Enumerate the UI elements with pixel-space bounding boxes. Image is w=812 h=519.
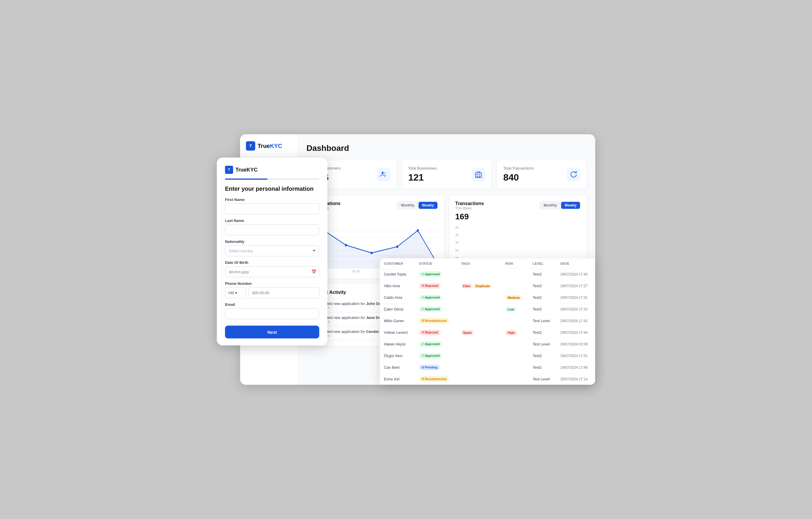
td-tags: Spam — [457, 327, 501, 338]
table-panel: Customer Status Tags Risk Level Date Cev… — [380, 258, 595, 385]
td-risk — [501, 269, 528, 280]
form-group-phone: Phone Number +00 ▾ — [225, 281, 319, 298]
progress-bar — [225, 179, 319, 180]
table-row[interactable]: Albo Ania✕ RejectedFakeDuplicateTest229/… — [380, 280, 595, 292]
td-status: ✓ Approved — [415, 338, 457, 350]
td-level: Test Level — [528, 373, 556, 385]
td-status: ↺ Resubmission — [415, 373, 457, 385]
form-group-nationality: Nationality Select country — [225, 239, 319, 256]
td-tags: FakeDuplicate — [457, 280, 501, 292]
risk-badge: Low — [505, 307, 516, 311]
svg-point-17 — [396, 246, 398, 248]
stat-card-label-transactions: Total Transactions — [503, 166, 534, 170]
td-customer: Cevdet Yayla — [380, 269, 415, 280]
transactions-chart-header: Transactions This Week Monthly Weekly — [455, 201, 581, 211]
td-risk — [501, 280, 528, 292]
table-row[interactable]: Can Berk⊙ PendingTest229/07/2024 17:48 — [380, 362, 595, 373]
td-date: 29/07/2024 17:48 — [556, 362, 595, 373]
status-badge: ↺ Resubmission — [419, 376, 449, 382]
table-row[interactable]: Emre Kel↺ ResubmissionTest Level25/07/20… — [380, 373, 595, 385]
next-button[interactable]: Next — [225, 326, 319, 338]
x-label-1: Jul 25 — [352, 270, 360, 273]
activity-text-1: Created new application for Jane Do... — [319, 316, 384, 320]
svg-point-1 — [384, 172, 386, 174]
col-status: Status — [415, 258, 457, 269]
table-header-row: Customer Status Tags Risk Level Date — [380, 258, 595, 269]
applications-toggle-weekly[interactable]: Weekly — [418, 202, 437, 209]
form-heading: Enter your personal information — [225, 186, 319, 192]
status-badge: ✓ Approved — [419, 271, 442, 277]
activity-content-2: Created new application for Cevdet... 6 … — [319, 329, 382, 337]
svg-rect-4 — [479, 174, 481, 175]
phone-code-selector[interactable]: +00 ▾ — [225, 287, 246, 298]
td-date: 29/07/2024 17:44 — [556, 327, 595, 338]
applications-toggle-group: Monthly Weekly — [397, 201, 438, 210]
td-level: Test Level — [528, 338, 556, 350]
nationality-label: Nationality — [225, 239, 319, 244]
logo-icon: T — [246, 141, 255, 151]
activity-content-1: Created new application for Jane Do... 6… — [319, 316, 384, 323]
first-name-input[interactable] — [225, 203, 319, 214]
table-row[interactable]: Volkan Levent✕ RejectedSpamHighTest229/0… — [380, 327, 595, 338]
risk-badge: Medium — [505, 295, 522, 300]
activity-time-1: 6 hours — [319, 320, 384, 323]
td-risk — [501, 373, 528, 385]
transactions-chart-subtitle: This Week — [455, 206, 484, 210]
phone-code-value: +00 — [228, 291, 234, 295]
form-group-last-name: Last Name — [225, 218, 319, 235]
applications-toggle-monthly[interactable]: Monthly — [398, 202, 418, 209]
status-badge: ↺ Resubmission — [419, 318, 449, 324]
td-level: Test2 — [528, 269, 556, 280]
phone-row: +00 ▾ — [225, 287, 319, 298]
svg-rect-3 — [477, 174, 478, 175]
td-level: Test Level — [528, 315, 556, 327]
stat-card-transactions: Total Transactions 840 — [496, 160, 587, 189]
td-tags — [457, 350, 501, 362]
col-risk: Risk — [501, 258, 528, 269]
table-row[interactable]: Millio Garen↺ ResubmissionTest Level29/0… — [380, 315, 595, 327]
form-group-first-name: First Name — [225, 197, 319, 214]
td-status: ✕ Rejected — [415, 280, 457, 292]
transactions-chart-info: Transactions This Week — [455, 201, 484, 211]
td-date: 29/07/2024 17:45 — [556, 269, 595, 280]
td-status: ✓ Approved — [415, 292, 457, 303]
activity-time-0: 6 hours — [319, 306, 384, 309]
svg-rect-5 — [477, 176, 478, 177]
stat-card-businesses: Total Businesses 121 — [402, 160, 492, 189]
col-customer: Customer — [380, 258, 415, 269]
td-date: 29/07/2024 17:51 — [556, 350, 595, 362]
td-risk: High — [501, 327, 528, 338]
table-row[interactable]: Çakır Deniz✓ ApprovedLowTest229/07/2024 … — [380, 303, 595, 315]
td-level: Test2 — [528, 327, 556, 338]
phone-number-input[interactable] — [248, 287, 319, 298]
stat-cards: Total Customers 476 Total Businesses 121 — [307, 160, 587, 189]
td-level: Test2 — [528, 280, 556, 292]
table-inner: Customer Status Tags Risk Level Date Cev… — [380, 258, 595, 385]
table-row[interactable]: Cevdet Yayla✓ ApprovedTest229/07/2024 17… — [380, 269, 595, 280]
last-name-input[interactable] — [225, 224, 319, 235]
dob-input[interactable] — [225, 266, 319, 277]
transactions-toggle-weekly[interactable]: Weekly — [561, 202, 580, 209]
table-row[interactable]: Hakan Akyüz✓ ApprovedTest Level29/07/202… — [380, 338, 595, 350]
td-customer: Millio Garen — [380, 315, 415, 327]
svg-rect-2 — [475, 173, 482, 177]
table-row[interactable]: Özgür Akın✓ ApprovedTest229/07/2024 17:5… — [380, 350, 595, 362]
svg-point-16 — [371, 252, 373, 254]
table-row[interactable]: Caldo Ania✓ ApprovedMediumTest229/07/202… — [380, 292, 595, 303]
form-panel: T TrueKYC Enter your personal informatio… — [217, 158, 327, 346]
td-status: ⊙ Pending — [415, 362, 457, 373]
td-level: Test2 — [528, 350, 556, 362]
td-tags — [457, 269, 501, 280]
email-input[interactable] — [225, 308, 319, 319]
dob-label: Date Of Birth — [225, 261, 319, 265]
activity-text-0: Created new application for John Du... — [319, 301, 384, 306]
transactions-toggle-monthly[interactable]: Monthly — [540, 202, 560, 209]
nationality-select[interactable]: Select country — [225, 245, 319, 256]
td-customer: Çakır Deniz — [380, 303, 415, 315]
td-date: 29/07/2024 17:31 — [556, 292, 595, 303]
td-customer: Volkan Levent — [380, 327, 415, 338]
stat-card-info-businesses: Total Businesses 121 — [408, 166, 437, 183]
td-customer: Caldo Ania — [380, 292, 415, 303]
td-status: ↺ Resubmission — [415, 315, 457, 327]
phone-label: Phone Number — [225, 281, 319, 286]
